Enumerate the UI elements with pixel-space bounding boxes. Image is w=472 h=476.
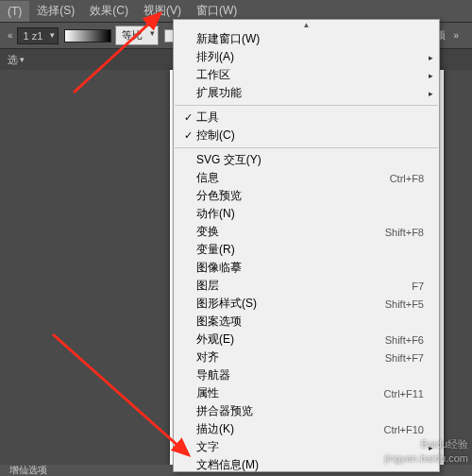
tab-chevron-icon: ▾ <box>20 55 25 64</box>
menu-item-label: 分色预览 <box>196 188 358 204</box>
menu-item-shortcut: F7 <box>358 280 424 292</box>
window-menu-dropdown: ▲ 新建窗口(W)排列(A)工作区扩展功能✓工具✓控制(C)SVG 交互(Y)信… <box>173 19 440 472</box>
menu-item-shortcut: Ctrl+F11 <box>358 388 424 400</box>
menu-item[interactable]: 工作区 <box>174 66 439 84</box>
menu-item[interactable]: 导航器 <box>174 366 439 384</box>
menu-item[interactable]: 描边(K)Ctrl+F10 <box>174 420 439 438</box>
opacity-dropdown[interactable]: 等比 <box>115 26 159 45</box>
menu-item-label: SVG 交互(Y) <box>196 152 358 168</box>
menu-item-label: 图形样式(S) <box>196 296 358 312</box>
check-icon: ✓ <box>179 111 196 124</box>
scroll-up-icon[interactable]: ▲ <box>174 20 439 30</box>
menu-item[interactable]: 文档信息(M) <box>174 456 439 472</box>
menu-item-label: 属性 <box>196 385 358 401</box>
menu-item[interactable]: 图像临摹 <box>174 259 439 277</box>
menu-item-label: 图层 <box>196 278 358 294</box>
menu-item-label: 描边(K) <box>196 421 358 437</box>
menu-item[interactable]: ✓控制(C) <box>174 127 439 144</box>
gradient-swatch[interactable] <box>64 29 111 42</box>
menu-select[interactable]: 选择(S) <box>29 0 82 23</box>
menu-item-label: 外观(E) <box>196 332 358 348</box>
menu-item-label: 工具 <box>196 110 358 126</box>
menu-item[interactable]: 变换Shift+F8 <box>174 223 439 241</box>
menu-item[interactable]: 外观(E)Shift+F6 <box>174 331 439 348</box>
menu-effect[interactable]: 效果(C) <box>82 0 136 23</box>
menu-item[interactable]: SVG 交互(Y) <box>174 151 439 169</box>
menu-item[interactable]: 对齐Shift+F7 <box>174 348 439 366</box>
chev-left-icon[interactable]: « <box>4 30 17 41</box>
menu-item-label: 工作区 <box>196 67 358 83</box>
menu-item-shortcut: Ctrl+F8 <box>358 173 424 184</box>
menu-item-label: 对齐 <box>196 349 358 366</box>
menu-item[interactable]: 新建窗口(W) <box>174 30 439 48</box>
menu-item[interactable]: 变量(R) <box>174 241 439 259</box>
menu-item[interactable]: 图层F7 <box>174 277 439 295</box>
menu-item[interactable]: 扩展功能 <box>174 84 439 102</box>
menu-item-label: 拼合器预览 <box>196 403 358 419</box>
menu-separator <box>175 105 438 106</box>
menu-item-label: 变量(R) <box>196 242 358 258</box>
menu-item-shortcut: Ctrl+F10 <box>358 424 424 435</box>
menu-item[interactable]: 属性Ctrl+F11 <box>174 384 439 402</box>
menu-item[interactable]: 拼合器预览 <box>174 402 439 420</box>
chev-right-icon[interactable]: » <box>449 30 463 41</box>
menu-item-shortcut: Shift+F6 <box>358 334 424 346</box>
menu-item-shortcut: Shift+F7 <box>358 352 424 364</box>
zoom-dropdown[interactable]: 1 z1 <box>17 27 59 44</box>
menu-item-label: 图像临摹 <box>196 260 358 276</box>
menu-separator <box>175 147 438 148</box>
menu-item[interactable]: 图形样式(S)Shift+F5 <box>174 295 439 313</box>
menu-item-label: 文字 <box>196 439 358 455</box>
check-icon: ✓ <box>179 129 196 142</box>
menu-t[interactable]: (T) <box>0 1 29 22</box>
menu-item-label: 图案选项 <box>196 314 358 330</box>
menu-item[interactable]: ✓工具 <box>174 109 439 127</box>
menu-item-label: 信息 <box>196 170 358 186</box>
menu-item[interactable]: 分色预览 <box>174 187 439 205</box>
menu-item-shortcut: Shift+F8 <box>358 227 424 238</box>
menu-item[interactable]: 信息Ctrl+F8 <box>174 169 439 187</box>
menu-item[interactable]: 动作(N) <box>174 205 439 223</box>
status-text: 增仙选项 <box>0 464 57 476</box>
menu-item[interactable]: 排列(A) <box>174 48 439 66</box>
menu-item-label: 新建窗口(W) <box>196 31 358 47</box>
menu-item[interactable]: 图案选项 <box>174 313 439 331</box>
menu-item-label: 变换 <box>196 224 358 240</box>
menu-item-label: 导航器 <box>196 367 358 383</box>
menu-item-shortcut: Shift+F5 <box>358 298 424 310</box>
menu-item-label: 排列(A) <box>196 49 358 65</box>
menu-item[interactable]: 文字 <box>174 438 439 456</box>
tab-label[interactable]: 选 <box>8 53 18 67</box>
menu-item-label: 控制(C) <box>196 128 358 144</box>
menu-item-label: 文档信息(M) <box>196 457 358 472</box>
menu-item-label: 扩展功能 <box>196 85 358 101</box>
menu-item-label: 动作(N) <box>196 206 358 222</box>
